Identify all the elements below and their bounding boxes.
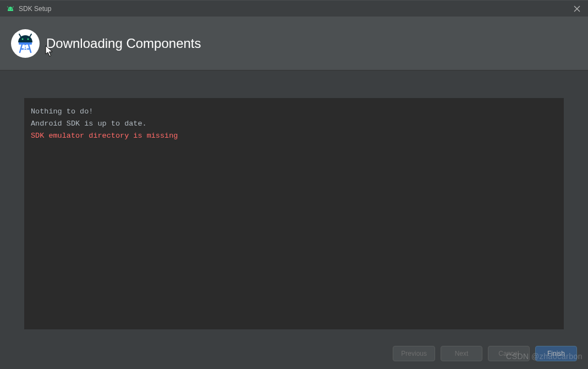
wizard-header: A Downloading Components <box>0 17 588 70</box>
window-title: SDK Setup <box>19 5 51 13</box>
android-studio-logo-icon: A <box>11 29 40 58</box>
svg-line-0 <box>8 6 9 8</box>
wizard-title: Downloading Components <box>46 36 201 51</box>
console-line: Nothing to do! <box>31 106 557 118</box>
finish-button[interactable]: Finish <box>535 346 577 361</box>
android-app-icon <box>7 5 14 13</box>
console-line-error: SDK emulator directory is missing <box>31 130 557 142</box>
svg-line-6 <box>19 34 21 37</box>
svg-point-8 <box>22 38 24 40</box>
next-button[interactable]: Next <box>441 346 482 361</box>
console-line: Android SDK is up to date. <box>31 118 557 130</box>
svg-point-2 <box>9 8 9 9</box>
previous-button[interactable]: Previous <box>393 346 435 361</box>
wizard-footer: Previous Next Cancel Finish <box>0 338 588 369</box>
cancel-button[interactable]: Cancel <box>488 346 530 361</box>
titlebar: SDK Setup <box>0 0 588 17</box>
svg-line-7 <box>30 34 31 37</box>
svg-line-1 <box>13 6 14 8</box>
console-output: Nothing to do! Android SDK is up to date… <box>24 98 564 329</box>
svg-text:A: A <box>23 45 27 51</box>
close-button[interactable] <box>570 3 584 15</box>
svg-point-3 <box>11 8 12 9</box>
svg-point-9 <box>28 38 29 40</box>
content-area: Nothing to do! Android SDK is up to date… <box>0 70 588 329</box>
